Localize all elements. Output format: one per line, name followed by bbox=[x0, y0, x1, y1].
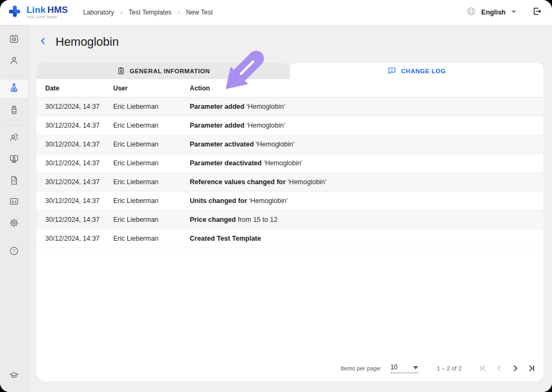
logout-icon bbox=[532, 6, 542, 19]
pagination-controls bbox=[477, 362, 538, 375]
tab-bar: GENERAL INFORMATION CHANGE LOG bbox=[37, 63, 543, 79]
page-range-label: 1 – 2 of 2 bbox=[437, 365, 461, 372]
next-page-button[interactable] bbox=[509, 362, 522, 375]
tab-general-information[interactable]: GENERAL INFORMATION bbox=[37, 63, 290, 79]
breadcrumb-new-test[interactable]: New Test bbox=[186, 9, 212, 16]
sidebar-item-schedule[interactable] bbox=[0, 31, 28, 49]
breadcrumb-separator-icon bbox=[119, 10, 124, 15]
cell-user: Eric Lieberman bbox=[113, 197, 190, 205]
medical-cross-logo-icon bbox=[8, 4, 22, 20]
cell-action: Units changed for ‘Hemoglobin’ bbox=[190, 197, 543, 205]
last-page-button[interactable] bbox=[525, 362, 538, 375]
brand-name: LinkHMS bbox=[26, 5, 68, 15]
cell-user: Eric Lieberman bbox=[113, 122, 190, 129]
table-row[interactable]: 30/12/2024, 14:37 Eric Lieberman Paramet… bbox=[37, 154, 543, 173]
laboratory-flask-icon bbox=[9, 82, 19, 95]
sidebar-item-education[interactable] bbox=[0, 367, 28, 386]
help-icon: ? bbox=[9, 246, 19, 258]
svg-text:?: ? bbox=[12, 248, 15, 254]
cell-user: Eric Lieberman bbox=[113, 235, 190, 242]
sidebar-divider bbox=[4, 75, 24, 76]
cell-date: 30/12/2024, 14:37 bbox=[37, 197, 113, 205]
cell-user: Eric Lieberman bbox=[113, 178, 190, 186]
pharmacy-bottle-icon bbox=[9, 104, 19, 117]
items-per-page-label: Items per page: bbox=[341, 365, 382, 372]
billing-document-icon bbox=[9, 175, 19, 188]
sidebar-item-help[interactable]: ? bbox=[0, 243, 28, 261]
clipboard-icon bbox=[117, 67, 125, 76]
cell-user: Eric Lieberman bbox=[113, 141, 190, 148]
clinic-name: Your Clinic Name bbox=[26, 16, 68, 19]
pagination-bar: Items per page: 10 1 – 2 of 2 bbox=[341, 362, 538, 375]
previous-page-button[interactable] bbox=[493, 362, 506, 375]
tab-label: GENERAL INFORMATION bbox=[130, 68, 210, 74]
sidebar-item-workstation[interactable] bbox=[0, 151, 28, 169]
cell-date: 30/12/2024, 14:37 bbox=[37, 178, 113, 186]
first-page-button[interactable] bbox=[477, 362, 489, 375]
table-row[interactable]: 30/12/2024, 14:37 Eric Lieberman Paramet… bbox=[37, 116, 543, 135]
settings-gear-icon bbox=[9, 218, 19, 230]
cell-user: Eric Lieberman bbox=[113, 103, 190, 110]
table-row[interactable]: 30/12/2024, 14:37 Eric Lieberman Units c… bbox=[37, 192, 543, 211]
column-header-user: User bbox=[113, 85, 190, 92]
breadcrumb-separator-icon bbox=[176, 10, 181, 15]
table-row[interactable]: 30/12/2024, 14:37 Eric Lieberman Paramet… bbox=[37, 135, 543, 154]
cell-date: 30/12/2024, 14:37 bbox=[37, 122, 113, 129]
sidebar-item-billing[interactable] bbox=[0, 172, 28, 191]
page-title: Hemoglobin bbox=[56, 35, 119, 49]
back-button[interactable] bbox=[38, 36, 48, 48]
feedback-bubble-icon bbox=[388, 66, 396, 76]
table-body: 30/12/2024, 14:37 Eric Lieberman Paramet… bbox=[37, 97, 543, 248]
workstation-icon bbox=[9, 153, 19, 166]
change-log-panel: Date User Action 30/12/2024, 14:37 Eric … bbox=[37, 79, 543, 381]
table-row[interactable]: 30/12/2024, 14:37 Eric Lieberman Price c… bbox=[37, 211, 543, 229]
globe-icon bbox=[466, 6, 476, 18]
cell-date: 30/12/2024, 14:37 bbox=[37, 141, 113, 148]
sidebar-item-settings[interactable] bbox=[0, 215, 28, 233]
sidebar-item-laboratory[interactable] bbox=[0, 80, 28, 98]
breadcrumb-laboratory[interactable]: Laboratory bbox=[83, 9, 114, 16]
main-content: Hemoglobin GENERAL INFORMATION bbox=[29, 25, 552, 392]
sidebar-item-patients[interactable] bbox=[0, 52, 28, 71]
breadcrumb-test-templates[interactable]: Test Templates bbox=[129, 9, 172, 16]
cell-date: 30/12/2024, 14:37 bbox=[37, 159, 113, 167]
table-row[interactable]: 30/12/2024, 14:37 Eric Lieberman Paramet… bbox=[37, 97, 543, 116]
cell-action: Reference values changed for ‘Hemoglobin… bbox=[190, 178, 543, 186]
cell-action: Price changed from 15 to 12 bbox=[190, 216, 543, 223]
column-header-action: Action bbox=[190, 85, 543, 92]
sidebar-item-pharmacy[interactable] bbox=[0, 102, 28, 120]
cell-action: Parameter added ‘Hemoglobin’ bbox=[190, 103, 543, 110]
top-bar: LinkHMS Your Clinic Name Laboratory Test… bbox=[0, 0, 552, 25]
table-header: Date User Action bbox=[37, 79, 543, 97]
cell-action: Created Test Template bbox=[190, 235, 543, 242]
schedule-icon bbox=[9, 33, 19, 46]
cell-date: 30/12/2024, 14:37 bbox=[37, 235, 113, 242]
cell-date: 30/12/2024, 14:37 bbox=[37, 216, 113, 223]
chevron-down-icon bbox=[510, 8, 518, 17]
app-logo[interactable]: LinkHMS Your Clinic Name bbox=[0, 4, 68, 20]
back-chevron-icon bbox=[38, 36, 48, 48]
patient-icon bbox=[9, 55, 19, 68]
content-card: GENERAL INFORMATION CHANGE LOG Date User bbox=[37, 63, 543, 381]
cell-action: Parameter added ‘Hemoglobin’ bbox=[190, 122, 543, 129]
page-size-select[interactable]: 10 bbox=[390, 363, 418, 373]
analytics-board-icon bbox=[9, 196, 19, 209]
sidebar-item-analytics[interactable] bbox=[0, 193, 28, 212]
table-row[interactable]: 30/12/2024, 14:37 Eric Lieberman Created… bbox=[37, 229, 543, 248]
cell-user: Eric Lieberman bbox=[113, 159, 190, 167]
staff-icon bbox=[9, 132, 19, 145]
dropdown-arrow-icon bbox=[413, 363, 418, 371]
language-label: English bbox=[481, 9, 506, 16]
table-row[interactable]: 30/12/2024, 14:37 Eric Lieberman Referen… bbox=[37, 173, 543, 192]
breadcrumb: Laboratory Test Templates New Test bbox=[83, 9, 212, 16]
app-window: LinkHMS Your Clinic Name Laboratory Test… bbox=[0, 0, 552, 392]
page-header: Hemoglobin bbox=[38, 35, 119, 49]
language-selector[interactable]: English bbox=[466, 6, 518, 18]
logout-button[interactable] bbox=[532, 6, 542, 19]
sidebar-divider bbox=[4, 125, 24, 125]
page-size-value: 10 bbox=[390, 363, 397, 371]
tab-change-log[interactable]: CHANGE LOG bbox=[290, 63, 543, 79]
education-cap-icon bbox=[9, 370, 19, 383]
cell-user: Eric Lieberman bbox=[113, 216, 190, 223]
sidebar-item-staff[interactable] bbox=[0, 129, 28, 148]
